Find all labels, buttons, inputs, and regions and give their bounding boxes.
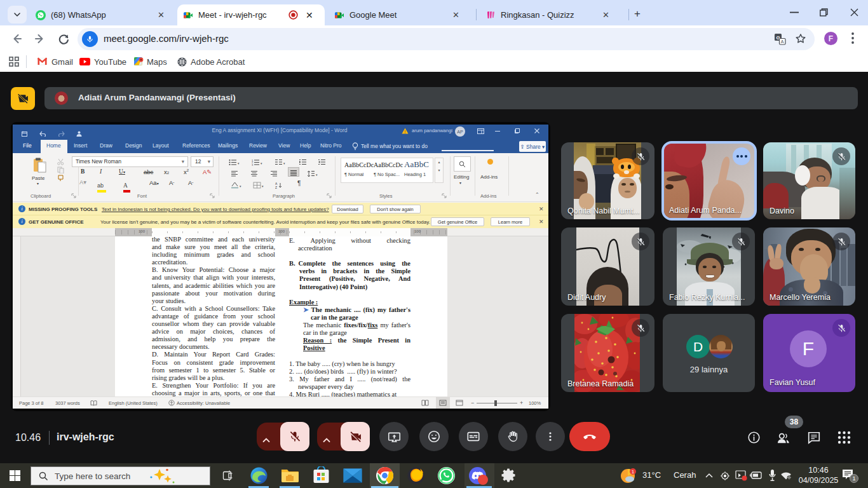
svg-text:Z: Z: [275, 186, 277, 189]
svg-text:A: A: [781, 39, 784, 44]
svg-text:!: !: [405, 130, 406, 134]
svg-text:3: 3: [252, 163, 254, 166]
svg-text:1: 1: [632, 469, 635, 475]
